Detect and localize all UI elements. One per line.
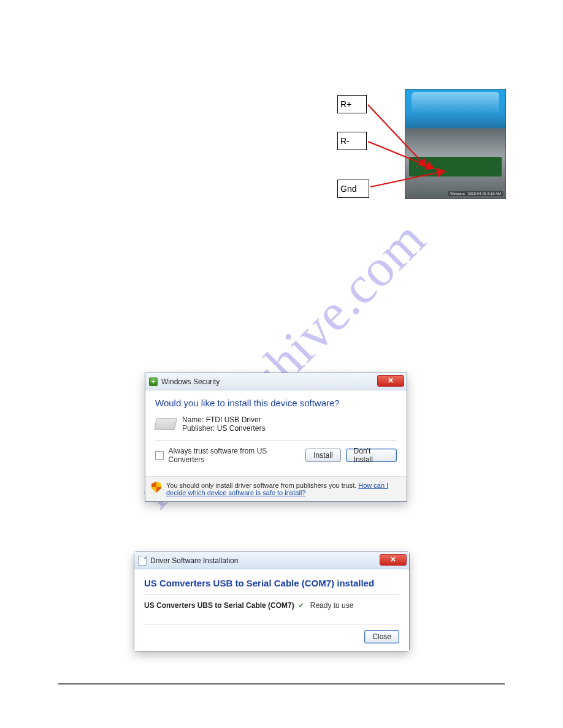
info-row: You should only install driver software … xyxy=(145,476,407,501)
shield-icon xyxy=(151,482,161,493)
install-button[interactable]: Install xyxy=(305,449,340,462)
dialog-title: Windows Security xyxy=(161,377,220,386)
dialog-title: Driver Software Installation xyxy=(150,556,238,565)
close-button[interactable]: ✕ xyxy=(377,375,404,387)
shield-plus-icon xyxy=(149,377,158,386)
check-icon: ✓ xyxy=(298,601,304,610)
dialog-headline: Would you like to install this device so… xyxy=(155,398,397,408)
wiring-diagram: Webcam · 2015-04-09 8:10 AM R+ R- Gnd xyxy=(337,89,506,199)
device-name: US Converters UBS to Serial Cable (COM7) xyxy=(144,601,294,610)
device-status: Ready to use xyxy=(310,601,354,610)
dont-install-button[interactable]: Don't Install xyxy=(346,449,397,462)
label-r-plus: R+ xyxy=(337,95,367,113)
name-label: Name: xyxy=(182,415,204,424)
driver-install-dialog: Driver Software Installation ✕ US Comver… xyxy=(134,552,410,651)
name-value: FTDI USB Driver xyxy=(206,415,261,424)
install-headline: US Comverters USB to Serial Cable (COM7)… xyxy=(144,575,399,595)
label-gnd: Gnd xyxy=(337,180,369,198)
photo-timestamp: Webcam · 2015-04-09 8:10 AM xyxy=(448,191,503,196)
always-trust-checkbox[interactable] xyxy=(155,451,164,460)
adapter-photo: Webcam · 2015-04-09 8:10 AM xyxy=(405,89,506,199)
windows-security-dialog: Windows Security ✕ Would you like to ins… xyxy=(145,373,407,502)
close-button[interactable]: ✕ xyxy=(380,554,407,566)
device-icon xyxy=(154,418,177,430)
publisher-label: Publisher: xyxy=(182,424,215,433)
info-text: You should only install driver software … xyxy=(166,482,358,489)
dialog-titlebar: Windows Security ✕ xyxy=(145,373,407,390)
page-footer-rule xyxy=(58,683,505,685)
close-dialog-button[interactable]: Close xyxy=(364,630,399,643)
document-icon xyxy=(138,556,147,566)
dialog-titlebar: Driver Software Installation ✕ xyxy=(134,552,409,569)
always-trust-label: Always trust software from US Converters xyxy=(169,447,301,464)
label-r-minus: R- xyxy=(337,132,367,150)
publisher-value: US Converters xyxy=(217,424,266,433)
